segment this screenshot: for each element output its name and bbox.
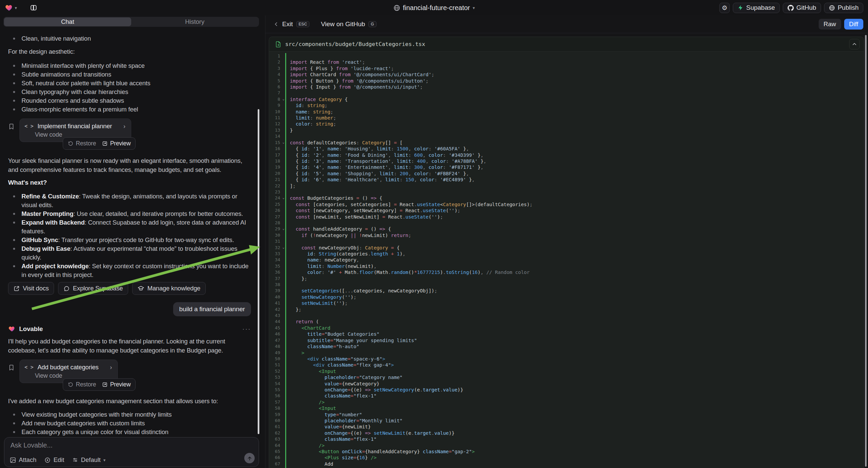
fold-caret-icon[interactable]: ⌄ bbox=[282, 244, 284, 251]
bookmark-icon[interactable] bbox=[8, 364, 15, 371]
code-line: 33 id: String(categories.length + 1), bbox=[269, 251, 864, 257]
code-line: 50 <div className="space-y-6"> bbox=[269, 356, 864, 362]
line-number: 22 bbox=[269, 183, 285, 189]
code-line: 46 title="Budget Categories" bbox=[269, 331, 864, 337]
code-text: <Plus size={16} /> bbox=[286, 455, 376, 461]
code-line: 48 className="h-auto" bbox=[269, 344, 864, 350]
line-number: 4 bbox=[269, 71, 285, 78]
collapse-file-button[interactable] bbox=[849, 39, 860, 49]
bullet-list: Refine & Customize: Tweak the design, an… bbox=[8, 192, 251, 279]
code-line: 32⌄ const newCategoryObj: Category = { bbox=[269, 245, 864, 251]
chip-explore-supabase[interactable]: Explore Supabase bbox=[58, 282, 128, 295]
publish-button[interactable]: Publish bbox=[824, 3, 863, 13]
code-text: > bbox=[286, 350, 304, 356]
code-line: 31 bbox=[269, 238, 864, 244]
line-number: 46 bbox=[269, 331, 285, 337]
version-card[interactable]: < >Implement financial planner›View code… bbox=[20, 118, 131, 142]
chip-manage-knowledge[interactable]: Manage knowledge bbox=[132, 282, 206, 295]
fold-caret-icon[interactable]: ⌄ bbox=[282, 139, 284, 145]
code-text: <Input bbox=[286, 368, 336, 374]
toggle-sidebar-button[interactable] bbox=[29, 3, 39, 13]
code-text: limit: Number(newLimit), bbox=[286, 263, 376, 269]
line-number: 29⌄ bbox=[269, 226, 285, 232]
code-text: <div className="flex gap-4"> bbox=[286, 362, 394, 368]
exit-button[interactable]: Exit ESC bbox=[274, 21, 309, 28]
supabase-button[interactable]: Supabase bbox=[733, 3, 780, 13]
chevron-left-icon bbox=[274, 22, 279, 27]
code-text: className="flex-1" bbox=[286, 393, 376, 399]
code-text: <div className="space-y-6"> bbox=[286, 356, 385, 362]
attach-image-icon bbox=[10, 457, 16, 463]
code-line: 22]; bbox=[269, 183, 864, 189]
code-line: 51 <div className="flex gap-4"> bbox=[269, 362, 864, 368]
line-number: 27 bbox=[269, 214, 285, 220]
line-number: 5 bbox=[269, 78, 285, 84]
github-button[interactable]: GitHub bbox=[783, 3, 821, 13]
code-line: 30 if (!newCategory || !newLimit) return… bbox=[269, 232, 864, 238]
chip-visit-docs[interactable]: Visit docs bbox=[8, 282, 54, 295]
line-number: 13 bbox=[269, 127, 285, 133]
code-editor[interactable]: 12import React from 'react';3import { Pl… bbox=[269, 52, 864, 468]
list-item: Subtle animations and transitions bbox=[8, 70, 251, 79]
chevron-right-icon: › bbox=[110, 364, 112, 371]
preview-external-icon bbox=[102, 141, 108, 146]
assistant-name: Lovable bbox=[19, 325, 43, 333]
fold-caret-icon[interactable]: ⌄ bbox=[282, 195, 284, 201]
code-line: 53 placeholder="Category name" bbox=[269, 374, 864, 380]
restore-button[interactable]: Restore bbox=[68, 140, 96, 147]
fold-caret-icon[interactable]: ⌄ bbox=[282, 96, 284, 102]
line-number: 51 bbox=[269, 362, 285, 368]
code-text: }; bbox=[286, 275, 307, 282]
logo-chevron-down-icon: ▾ bbox=[15, 5, 17, 10]
code-line: 61 value={newLimit} bbox=[269, 424, 864, 430]
tab-chat[interactable]: Chat bbox=[4, 18, 131, 26]
raw-toggle-button[interactable]: Raw bbox=[819, 19, 841, 30]
line-number: 42 bbox=[269, 306, 285, 313]
list-item: Clean, intuitive navigation bbox=[8, 34, 251, 43]
code-line: 65 <Button onClick={handleAddCategory} c… bbox=[269, 448, 864, 455]
preview-button[interactable]: Preview bbox=[102, 140, 130, 147]
view-code-link[interactable]: View code bbox=[35, 131, 62, 138]
view-on-github-button[interactable]: View on GitHub G bbox=[321, 21, 376, 28]
code-line: 66 <Plus size={16} /> bbox=[269, 455, 864, 461]
fold-caret-icon[interactable]: ⌄ bbox=[282, 226, 284, 232]
tab-history[interactable]: History bbox=[131, 18, 258, 26]
settings-button[interactable]: ⚙ bbox=[719, 3, 730, 13]
lovable-logo-menu[interactable]: ▾ bbox=[5, 4, 17, 12]
list-item: Each category gets a unique color for vi… bbox=[8, 428, 251, 436]
version-card-toolbar: RestorePreview bbox=[63, 137, 135, 150]
code-text: { id: '5', name: 'Shopping', limit: 200,… bbox=[286, 171, 469, 177]
restore-icon bbox=[68, 382, 73, 387]
code-scrollbar[interactable] bbox=[865, 35, 867, 467]
bookmark-icon[interactable] bbox=[8, 123, 15, 130]
attach-button[interactable]: Attach bbox=[10, 456, 36, 464]
model-select[interactable]: Default ▾ bbox=[72, 456, 105, 464]
code-text: import { Input } from '@/components/ui/i… bbox=[286, 84, 423, 90]
view-code-link[interactable]: View code bbox=[35, 372, 62, 379]
send-button[interactable] bbox=[244, 453, 255, 463]
project-switcher[interactable]: financial-future-creator ▾ bbox=[393, 0, 475, 16]
file-header[interactable]: src/components/budget/BudgetCategories.t… bbox=[269, 37, 864, 52]
line-number: 35 bbox=[269, 263, 285, 269]
target-icon bbox=[44, 457, 51, 463]
version-card[interactable]: < >Add budget categories›View codeRestor… bbox=[20, 359, 118, 383]
message-menu-icon[interactable]: ··· bbox=[242, 325, 251, 333]
code-text: name: string; bbox=[286, 109, 333, 115]
line-number: 59 bbox=[269, 412, 285, 418]
code-text bbox=[286, 238, 290, 244]
code-text: const BudgetCategories = () => { bbox=[286, 195, 382, 201]
diff-toggle-button[interactable]: Diff bbox=[844, 19, 863, 30]
line-number: 53 bbox=[269, 374, 285, 380]
line-number: 7 bbox=[269, 90, 285, 96]
edit-mode-button[interactable]: Edit bbox=[44, 456, 64, 464]
code-line: 57 /> bbox=[269, 399, 864, 405]
line-number: 18 bbox=[269, 158, 285, 164]
chat-input[interactable] bbox=[10, 441, 239, 449]
preview-button[interactable]: Preview bbox=[102, 381, 130, 388]
line-number: 28 bbox=[269, 220, 285, 226]
chat-scrollbar[interactable] bbox=[258, 109, 259, 434]
restore-button[interactable]: Restore bbox=[68, 381, 96, 388]
code-line: 55 onChange={(e) => setNewCategory(e.tar… bbox=[269, 387, 864, 393]
code-line: 43 bbox=[269, 313, 864, 319]
code-line: 6import { Input } from '@/components/ui/… bbox=[269, 84, 864, 90]
